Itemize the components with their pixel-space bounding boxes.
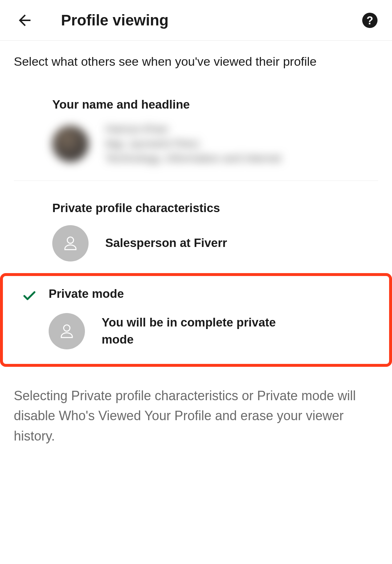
option-heading: Private mode: [49, 287, 378, 301]
option-content: Salesperson at Fiverr: [52, 225, 378, 261]
option-private-characteristics[interactable]: Private profile characteristics Salesper…: [14, 181, 378, 265]
avatar-photo: [52, 126, 89, 162]
back-button[interactable]: [14, 9, 36, 31]
highlight-annotation: Private mode You will be in complete pri…: [0, 273, 392, 367]
option-private-mode[interactable]: Private mode You will be in complete pri…: [14, 287, 378, 349]
option-content: You will be in complete private mode: [49, 313, 378, 349]
option-content: Hamza Khan Mgr, (acme01754c) Technology,…: [52, 122, 378, 166]
help-button[interactable]: ?: [362, 12, 378, 29]
option-description: You will be in complete private mode: [102, 314, 290, 348]
option-description: Salesperson at Fiverr: [105, 235, 227, 251]
checkmark-icon: [22, 288, 37, 305]
svg-text:?: ?: [367, 14, 373, 26]
person-icon: [61, 234, 80, 253]
option-heading: Your name and headline: [52, 98, 378, 111]
option-heading: Private profile characteristics: [52, 201, 378, 215]
footer-note: Selecting Private profile characteristic…: [0, 367, 392, 446]
page-subtitle: Select what others see when you've viewe…: [0, 41, 392, 69]
avatar-placeholder: [49, 313, 85, 349]
person-icon: [57, 322, 76, 341]
help-icon: ?: [362, 12, 378, 29]
header: Profile viewing ?: [0, 0, 392, 41]
option-description: Hamza Khan Mgr, (acme01754c) Technology,…: [105, 122, 281, 166]
arrow-left-icon: [16, 12, 33, 29]
options-list: Your name and headline Hamza Khan Mgr, (…: [0, 69, 392, 265]
option-name-headline[interactable]: Your name and headline Hamza Khan Mgr, (…: [14, 69, 378, 181]
page-title: Profile viewing: [61, 12, 362, 29]
avatar-placeholder: [52, 225, 89, 261]
